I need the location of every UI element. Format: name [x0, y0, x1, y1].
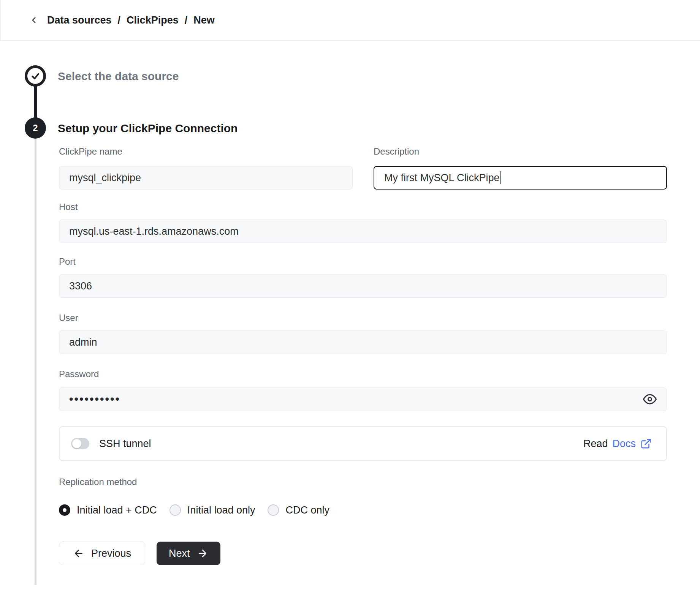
breadcrumb-data-sources[interactable]: Data sources	[47, 14, 112, 26]
wizard-actions: Previous Next	[59, 542, 220, 565]
previous-button[interactable]: Previous	[59, 542, 145, 565]
clickpipe-name-label: ClickPipe name	[59, 147, 122, 156]
description-value: My first MySQL ClickPipe	[384, 172, 500, 184]
replication-options: Initial load + CDC Initial load only CDC…	[59, 504, 329, 517]
password-masked-value: ••••••••••	[69, 393, 120, 406]
arrow-right-icon	[197, 548, 208, 559]
user-label: User	[59, 313, 78, 323]
read-text: Read	[583, 438, 608, 450]
replication-method-label: Replication method	[59, 477, 137, 487]
radio-initial-load-cdc[interactable]: Initial load + CDC	[59, 504, 157, 516]
top-header: Data sources / ClickPipes / New	[0, 0, 700, 41]
check-icon	[30, 70, 41, 82]
description-input[interactable]: My first MySQL ClickPipe	[374, 166, 667, 190]
external-link-icon[interactable]	[640, 438, 652, 449]
next-button[interactable]: Next	[157, 542, 220, 565]
host-value: mysql.us-east-1.rds.amazonaws.com	[69, 226, 239, 237]
breadcrumb-new: New	[193, 14, 215, 26]
toggle-knob	[72, 439, 81, 448]
docs-link[interactable]: Docs	[612, 438, 636, 450]
step-1-indicator	[25, 65, 46, 87]
radio-label: Initial load only	[187, 504, 255, 516]
step-2-indicator: 2	[25, 117, 46, 139]
eye-icon	[643, 392, 657, 406]
wizard-content: 2 Select the data source Setup your Clic…	[0, 41, 700, 591]
ssh-tunnel-label: SSH tunnel	[99, 438, 151, 450]
port-input[interactable]: 3306	[59, 274, 667, 298]
radio-cdc-only[interactable]: CDC only	[268, 504, 329, 516]
previous-button-label: Previous	[91, 548, 131, 559]
radio-label: CDC only	[285, 504, 329, 516]
port-label: Port	[59, 257, 76, 267]
clickpipe-name-input[interactable]: mysql_clickpipe	[59, 166, 353, 190]
step-2-number: 2	[33, 123, 38, 133]
radio-unselected-icon[interactable]	[268, 504, 279, 516]
clickpipe-name-value: mysql_clickpipe	[69, 172, 141, 184]
user-value: admin	[69, 337, 97, 348]
breadcrumb: Data sources / ClickPipes / New	[47, 14, 215, 26]
radio-label: Initial load + CDC	[77, 504, 157, 516]
stepper-connector-done	[34, 86, 37, 118]
radio-selected-icon[interactable]	[59, 504, 70, 516]
text-cursor	[500, 171, 502, 184]
breadcrumb-clickpipes[interactable]: ClickPipes	[127, 14, 179, 26]
password-input[interactable]: ••••••••••	[59, 387, 667, 411]
host-input[interactable]: mysql.us-east-1.rds.amazonaws.com	[59, 220, 667, 243]
stepper-connector-pending	[35, 139, 36, 585]
step-1-title: Select the data source	[58, 70, 179, 83]
next-button-label: Next	[169, 548, 190, 559]
ssh-tunnel-card: SSH tunnel Read Docs	[59, 426, 667, 461]
description-label: Description	[374, 147, 419, 156]
host-label: Host	[59, 202, 78, 212]
reveal-password-button[interactable]	[642, 392, 657, 407]
back-button[interactable]	[27, 14, 40, 27]
breadcrumb-separator: /	[185, 14, 188, 26]
password-label: Password	[59, 369, 99, 379]
chevron-left-icon	[29, 15, 39, 25]
user-input[interactable]: admin	[59, 330, 667, 354]
radio-initial-load-only[interactable]: Initial load only	[169, 504, 255, 516]
breadcrumb-separator: /	[118, 14, 121, 26]
port-value: 3306	[69, 280, 92, 292]
ssh-tunnel-toggle[interactable]	[71, 438, 89, 449]
radio-unselected-icon[interactable]	[169, 504, 181, 516]
arrow-left-icon	[73, 548, 84, 559]
step-2-title: Setup your ClickPipe Connection	[58, 122, 238, 135]
